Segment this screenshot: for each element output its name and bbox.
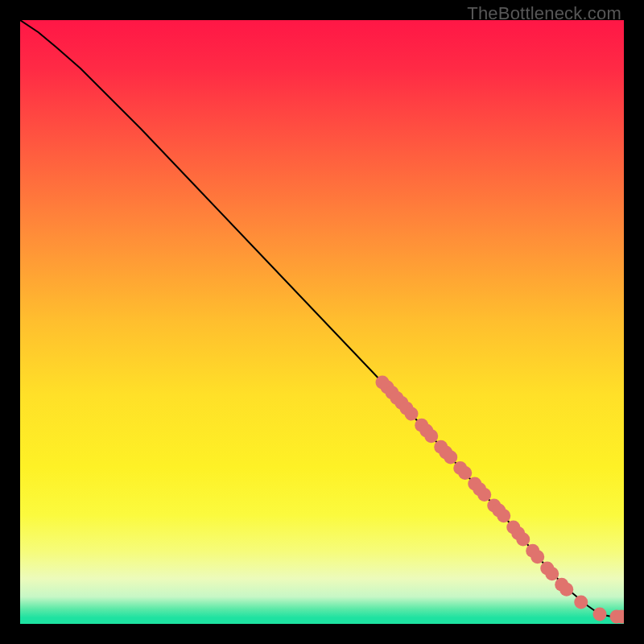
data-marker xyxy=(497,509,510,522)
chart-svg xyxy=(20,20,624,624)
data-marker xyxy=(545,567,559,580)
data-marker xyxy=(458,466,472,480)
data-marker xyxy=(516,533,530,547)
data-marker xyxy=(593,608,607,621)
data-marker xyxy=(559,583,573,597)
data-marker xyxy=(574,596,588,609)
chart-frame: TheBottleneck.com xyxy=(0,0,644,644)
data-marker xyxy=(405,407,419,421)
data-marker xyxy=(424,429,438,443)
data-marker xyxy=(477,488,491,502)
gradient-background xyxy=(20,20,624,624)
plot-area xyxy=(20,20,624,624)
data-marker xyxy=(444,451,457,464)
data-marker xyxy=(530,550,544,564)
